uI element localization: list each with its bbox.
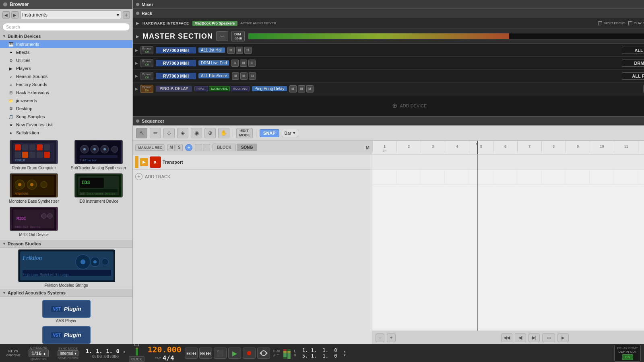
sidebar-item-utilities[interactable]: ⚙ Utilities <box>0 56 132 64</box>
master-icon-waveform[interactable]: 〰 <box>216 31 228 41</box>
ctrl-btn-11[interactable]: ▤ <box>298 85 305 93</box>
punch-in-button[interactable]: ▶ <box>557 333 569 342</box>
tool-pencil[interactable]: ✏ <box>150 128 161 138</box>
tool-zoom[interactable]: ⊕ <box>204 128 216 138</box>
timeline-cell[interactable] <box>566 154 590 169</box>
sync-mode-dropdown[interactable]: Internal ▾ <box>58 350 78 356</box>
device-card-midi[interactable]: MIDI MIDI Out Device MIDI Out Device <box>3 207 65 237</box>
effect-expand-arrow[interactable]: ▶ <box>135 61 138 65</box>
sidebar-item-rack-extensions[interactable]: ⊞ Rack Extensions <box>0 88 132 97</box>
sidebar-item-satisfriktion[interactable]: ♦ Satisfriktion <box>0 129 132 137</box>
timeline-cell[interactable] <box>590 170 614 185</box>
ctrl-btn-8[interactable]: ▤ <box>240 72 248 80</box>
browser-add-button[interactable]: + <box>123 11 130 19</box>
browser-search-input[interactable]: Search <box>2 23 130 31</box>
input-button[interactable]: INPUT <box>194 86 208 91</box>
ctrl-btn-1[interactable]: ⊞ <box>227 47 235 54</box>
hw-expand-arrow[interactable]: ▶ <box>136 21 139 25</box>
ctrl-btn-7[interactable]: ⊞ <box>232 72 239 80</box>
effect-expand-arrow[interactable]: ▶ <box>135 48 138 52</box>
device-card-redrum[interactable]: REDRUM Redrum Drum Computer <box>3 140 65 170</box>
effect-expand-arrow[interactable]: ▶ <box>135 74 138 78</box>
sidebar-item-new-favorites[interactable]: ★ New Favorites List <box>0 121 132 129</box>
dim-button[interactable]: DIM-20dB <box>231 31 245 41</box>
track-play-button[interactable]: ▶ <box>140 158 148 166</box>
track-grid-button[interactable] <box>203 144 210 151</box>
timeline-cell[interactable] <box>638 154 644 169</box>
snap-button[interactable]: SNAP <box>260 129 279 137</box>
bypass-button-rv7000-3[interactable]: Bypass Off <box>140 72 153 80</box>
timeline-cell[interactable] <box>493 170 517 185</box>
master-expand-arrow[interactable]: ▶ <box>136 34 139 39</box>
section-built-in-devices[interactable]: ▼ Built-in Devices <box>0 33 132 40</box>
sidebar-item-jimzweerts[interactable]: 📁 jimzweerts <box>0 97 132 105</box>
timeline-cell[interactable] <box>372 170 396 185</box>
tool-hand[interactable]: ✋ <box>218 128 229 138</box>
timeline-cell[interactable] <box>396 170 421 185</box>
device-card-id8[interactable]: ID8 ID8 Instrument Device ID8 Instrument… <box>68 173 130 204</box>
q-record-value[interactable]: 1/16 ⬍ <box>29 350 49 357</box>
device-card-subtractor[interactable]: SubTractor SubTractor Analog Synthesizer <box>68 140 130 170</box>
timeline-cell[interactable] <box>445 154 469 169</box>
timeline-cell[interactable] <box>445 170 469 185</box>
timeline-cell[interactable] <box>372 154 396 169</box>
routing-button[interactable]: ROUTING <box>231 86 250 91</box>
browser-back-button[interactable]: ◀ <box>2 11 10 19</box>
zoom-out-button[interactable]: − <box>376 333 384 342</box>
ctrl-btn-10[interactable]: ⊞ <box>289 85 297 93</box>
timeline-cell[interactable] <box>614 170 638 185</box>
ctrl-btn-2[interactable]: ▤ <box>236 47 243 54</box>
stop-button[interactable]: ⬛ <box>214 348 227 359</box>
zoom-in-button[interactable]: + <box>387 333 396 342</box>
timeline-cell[interactable] <box>517 170 541 185</box>
add-track-row[interactable]: + ADD TRACK <box>133 170 372 183</box>
vst-chromaphone-card[interactable]: VST Plugin Chromaphone 2 <box>3 326 129 344</box>
manual-rec-button[interactable]: MANUAL REC <box>135 144 165 151</box>
timeline-cell[interactable] <box>517 154 541 169</box>
s-button[interactable]: S <box>175 144 183 151</box>
tool-select[interactable]: ↖ <box>136 128 147 138</box>
block-tab[interactable]: BLOCK <box>213 144 236 151</box>
track-group-button[interactable] <box>195 144 202 151</box>
click-button[interactable]: CLICK <box>129 356 144 362</box>
bar-select-dropdown[interactable]: Bar ▾ <box>282 129 298 137</box>
track-add-button[interactable]: + <box>185 144 192 151</box>
sidebar-item-factory-sounds[interactable]: ♫ Factory Sounds <box>0 80 132 88</box>
sidebar-item-song-samples[interactable]: 🎵 Song Samples <box>0 113 132 121</box>
timeline-cell[interactable] <box>421 170 445 185</box>
record-button[interactable]: ⏺ <box>243 348 256 359</box>
ctrl-btn-6[interactable]: ⊟ <box>248 60 256 67</box>
bypass-button-rv7000-2[interactable]: Bypass Off <box>140 59 153 67</box>
rewind-button[interactable]: ⏮⏮ <box>185 348 198 359</box>
external-button[interactable]: EXTERNAL <box>209 86 230 91</box>
vst-aas-player-card[interactable]: VST Plugin AAS Player <box>3 300 129 323</box>
sidebar-item-instruments[interactable]: 🎹 Instruments <box>0 40 132 48</box>
timeline-cell[interactable] <box>590 154 614 169</box>
input-focus-checkbox[interactable] <box>598 21 602 25</box>
timeline-cell[interactable] <box>541 154 566 169</box>
edit-mode-button[interactable]: EDITMODE <box>236 128 253 138</box>
timeline-cell[interactable] <box>541 170 566 185</box>
ctrl-btn-12[interactable]: ⊟ <box>306 85 314 93</box>
next-bar-button[interactable]: ▶| <box>528 333 540 342</box>
sidebar-item-desktop[interactable]: 🖥 Desktop <box>0 105 132 113</box>
add-device-row[interactable]: ⊕ ADD DEVICE <box>133 95 644 116</box>
fast-forward-button[interactable]: ⏭⏭ <box>199 348 212 359</box>
ctrl-btn-3[interactable]: ⊟ <box>244 47 252 54</box>
ctrl-btn-5[interactable]: ▤ <box>240 60 247 67</box>
tool-erase[interactable]: ◇ <box>163 128 175 138</box>
tool-mute[interactable]: ◉ <box>191 128 202 138</box>
sidebar-item-reason-sounds[interactable]: ♪ Reason Sounds <box>0 72 132 80</box>
browser-category-dropdown[interactable]: Instruments ▾ <box>20 10 121 19</box>
song-tab[interactable]: SONG <box>237 144 257 151</box>
ctrl-btn-9[interactable]: ⊟ <box>249 72 256 80</box>
timeline-cell[interactable] <box>638 170 644 185</box>
prev-bar-button[interactable]: ◀| <box>515 333 526 342</box>
timeline-cell[interactable] <box>396 154 421 169</box>
effect-expand-arrow[interactable]: ▶ <box>135 87 138 91</box>
rewind-to-start-button[interactable]: ◀◀ <box>501 333 512 342</box>
delay-on-button[interactable]: ON <box>622 354 633 360</box>
bypass-button-ping-pong[interactable]: Bypass On <box>140 85 153 93</box>
loop-button[interactable] <box>257 348 270 359</box>
timeline-cell[interactable] <box>614 154 638 169</box>
